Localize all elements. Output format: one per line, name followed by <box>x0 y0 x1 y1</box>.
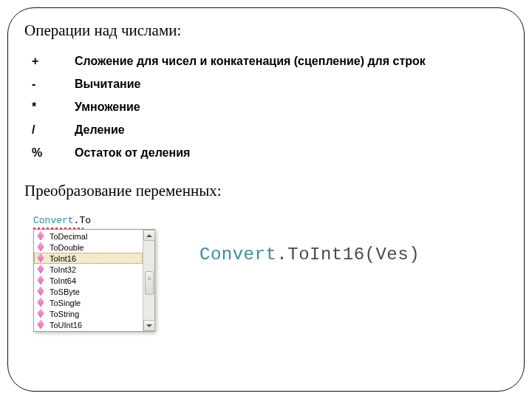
op-row: - Вычитание <box>32 78 508 91</box>
intellisense-popup[interactable]: ToDecimal ToDouble ToInt16 ToInt32 <box>33 229 155 332</box>
intellisense-block: Convert.To ToDecimal ToDouble <box>33 215 155 332</box>
heading-conversion: Преобразование переменных: <box>24 182 508 200</box>
token-type: Convert <box>33 215 74 226</box>
token-plain: .To <box>74 215 91 226</box>
op-description: Вычитание <box>75 78 140 91</box>
op-row: % Остаток от деления <box>32 146 508 160</box>
op-description: Деление <box>75 123 125 137</box>
intellisense-item-label: ToInt32 <box>50 265 76 274</box>
intellisense-item[interactable]: ToDouble <box>34 242 143 253</box>
intellisense-item-label: ToDouble <box>50 243 83 252</box>
bottom-panel: Convert.To ToDecimal ToDouble <box>24 215 508 332</box>
intellisense-item[interactable]: ToUInt16 <box>34 319 143 330</box>
chevron-down-icon <box>146 324 152 327</box>
token-type: Convert <box>200 245 276 265</box>
intellisense-item-label: ToSByte <box>50 287 80 296</box>
intellisense-item-label: ToUInt16 <box>50 321 82 330</box>
method-icon <box>36 254 47 262</box>
scrollbar-down-button[interactable] <box>143 320 155 331</box>
intellisense-item-label: ToString <box>50 310 79 318</box>
method-icon <box>36 310 47 318</box>
method-icon <box>36 321 47 329</box>
code-large: Convert.ToInt16(Ves) <box>200 245 420 265</box>
intellisense-item-label: ToDecimal <box>50 232 87 241</box>
method-icon <box>36 276 47 284</box>
intellisense-item-selected[interactable]: ToInt16 <box>34 253 143 264</box>
intellisense-item[interactable]: ToSingle <box>34 297 143 308</box>
heading-operations: Операции над числами: <box>24 21 508 40</box>
scrollbar-thumb[interactable] <box>145 271 154 295</box>
intellisense-item-label: ToInt64 <box>50 276 76 285</box>
intellisense-item[interactable]: ToString <box>34 308 143 319</box>
method-icon <box>36 232 47 240</box>
method-icon <box>36 265 47 273</box>
intellisense-item[interactable]: ToInt32 <box>34 264 143 275</box>
token-plain: .ToInt16(Ves) <box>276 245 420 265</box>
scrollbar[interactable] <box>143 230 154 331</box>
intellisense-item[interactable]: ToSByte <box>34 286 143 297</box>
slide-frame: Операции над числами: + Сложение для чис… <box>7 7 525 392</box>
op-symbol: * <box>32 100 75 114</box>
op-description: Сложение для чисел и конкатенация (сцепл… <box>75 55 426 68</box>
intellisense-item[interactable]: ToDecimal <box>34 231 143 242</box>
intellisense-item-label: ToInt16 <box>50 254 76 263</box>
scrollbar-up-button[interactable] <box>143 230 155 241</box>
chevron-up-icon <box>146 234 152 237</box>
op-symbol: % <box>32 146 75 160</box>
method-icon <box>36 299 47 307</box>
op-row: * Умножение <box>32 100 508 114</box>
scrollbar-track[interactable] <box>143 241 154 320</box>
op-symbol: / <box>32 123 75 137</box>
intellisense-list[interactable]: ToDecimal ToDouble ToInt16 ToInt32 <box>34 230 143 331</box>
operations-table: + Сложение для чисел и конкатенация (сце… <box>32 55 508 160</box>
code-snippet: Convert.To <box>33 215 155 226</box>
op-symbol: - <box>32 78 75 91</box>
method-icon <box>36 287 47 296</box>
op-description: Остаток от деления <box>75 146 190 160</box>
intellisense-item[interactable]: ToInt64 <box>34 275 143 286</box>
op-symbol: + <box>32 55 75 68</box>
op-description: Умножение <box>75 100 140 114</box>
intellisense-item-label: ToSingle <box>50 299 81 307</box>
op-row: / Деление <box>32 123 508 137</box>
op-row: + Сложение для чисел и конкатенация (сце… <box>32 55 508 68</box>
method-icon <box>36 243 47 251</box>
